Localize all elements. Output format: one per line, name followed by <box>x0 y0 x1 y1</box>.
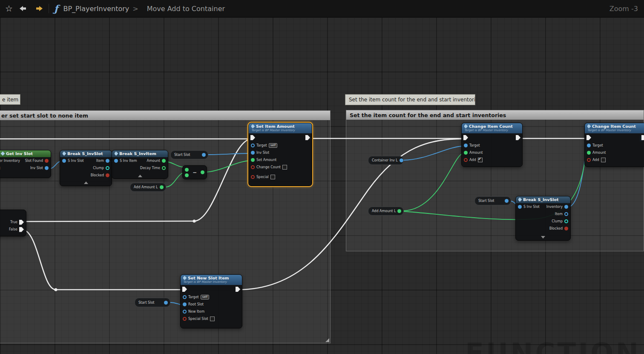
output-pin[interactable] <box>164 301 168 305</box>
input-pin-amount[interactable] <box>464 151 468 155</box>
input-pin-new-item[interactable] <box>183 310 187 314</box>
output-pin-decay-time[interactable] <box>162 166 166 170</box>
node-header[interactable]: Break S_InvSlot <box>516 196 570 203</box>
comment-title[interactable]: er set start slot to none item <box>0 111 330 120</box>
toolbar-divider <box>49 4 49 13</box>
output-pin-clump[interactable] <box>564 219 568 223</box>
node-change-item-count-1[interactable]: Change Item Count Target is BP Master In… <box>461 123 523 167</box>
node-header[interactable]: Set Item Amount Target is BP Master Inve… <box>249 123 312 133</box>
output-pin-item[interactable] <box>564 212 568 216</box>
output-pin-inv-slot[interactable] <box>45 166 49 170</box>
comment-title[interactable]: Set the item count for the end and start… <box>346 110 644 120</box>
output-pin[interactable] <box>400 158 403 162</box>
breadcrumb-blueprint[interactable]: BP_PlayerInventory <box>63 5 129 13</box>
exec-out-pin[interactable] <box>305 135 310 140</box>
pin-label: Inventory <box>546 205 563 209</box>
variable-node-start-slot[interactable]: Start Slot <box>474 196 511 205</box>
variable-label: Start Slot <box>138 301 154 305</box>
output-pin[interactable] <box>202 153 206 157</box>
input-pin-special-slot[interactable] <box>183 317 187 321</box>
node-break-invslot-right[interactable]: Break S_InvSlot S Inv Slot Inventory Ite… <box>515 196 571 241</box>
exec-out-pin[interactable] <box>516 135 520 140</box>
back-arrow-icon[interactable] <box>19 5 28 12</box>
node-header[interactable]: Set New Slot Item Target is BP Master In… <box>181 275 242 285</box>
input-pin-target[interactable] <box>464 144 468 147</box>
input-pin-add[interactable] <box>464 158 468 162</box>
input-pin-target[interactable] <box>587 144 591 147</box>
output-pin[interactable] <box>505 199 509 203</box>
variable-node-add-amount[interactable]: Add Amount L <box>368 207 404 216</box>
node-break-invitem[interactable]: Break S_InvItem S Inv Item Amount Decay … <box>112 150 168 179</box>
node-header[interactable]: Break S_InvItem <box>112 150 168 157</box>
input-pin-special[interactable] <box>251 175 255 179</box>
pin-label: Change Count <box>256 165 281 169</box>
node-get-inv-slot[interactable]: Get Inv Slot Master Inventory Slot Found… <box>0 150 51 178</box>
blueprint-graph-canvas[interactable]: FUNCTION er set start slot to none item … <box>0 17 644 354</box>
input-pin-target[interactable] <box>183 295 187 299</box>
node-change-item-count-2[interactable]: Change Item Count Target is BP Master In… <box>584 123 644 167</box>
variable-node-add-amount[interactable]: Add Amount L <box>130 183 166 192</box>
node-header[interactable]: Change Item Count Target is BP Master In… <box>585 123 644 133</box>
exec-in-pin[interactable] <box>586 135 591 140</box>
output-pin-blocked[interactable] <box>564 227 568 230</box>
special-slot-checkbox[interactable] <box>210 317 215 321</box>
variable-node-start-slot[interactable]: Start Slot <box>170 150 208 159</box>
expand-arrow-icon[interactable] <box>541 236 545 239</box>
input-pin-change-count[interactable] <box>251 165 255 169</box>
exec-out-false-pin[interactable] <box>19 227 24 232</box>
output-pin[interactable] <box>160 185 164 189</box>
breadcrumb-function[interactable]: Move Add to Container <box>147 5 225 13</box>
node-branch[interactable]: True False <box>0 210 26 236</box>
input-pin-b[interactable] <box>185 173 189 177</box>
input-pin-s-inv-slot[interactable] <box>62 159 66 163</box>
collapse-arrow-icon[interactable] <box>138 175 142 177</box>
operator-symbol: − <box>193 170 197 176</box>
input-pin-set-amount[interactable] <box>251 158 255 162</box>
pin-label: Target <box>592 144 603 147</box>
node-title: Change Item Count <box>592 124 636 129</box>
special-checkbox[interactable] <box>270 175 275 179</box>
input-pin-s-inv-slot[interactable] <box>518 205 522 209</box>
add-checkbox[interactable] <box>478 158 483 162</box>
node-set-new-slot-item[interactable]: Set New Slot Item Target is BP Master In… <box>180 274 242 328</box>
output-pin-item[interactable] <box>106 159 109 163</box>
output-pin[interactable] <box>201 170 204 174</box>
favorite-star-icon[interactable]: ☆ <box>5 3 13 14</box>
output-pin-amount[interactable] <box>162 159 166 163</box>
variable-node-start-slot[interactable]: Start Slot <box>135 298 170 307</box>
input-pin-amount[interactable] <box>587 151 591 155</box>
output-pin-blocked[interactable] <box>106 173 109 177</box>
pin-label: Inv Slot <box>256 151 269 155</box>
node-subtract[interactable]: − <box>182 165 207 179</box>
pin-label: Add <box>469 158 476 162</box>
node-set-item-amount[interactable]: Set Item Amount Target is BP Master Inve… <box>248 123 312 186</box>
forward-arrow-icon[interactable] <box>34 5 43 12</box>
comment-tooltip-right: Set the item count for the end and start… <box>345 94 475 105</box>
exec-in-pin[interactable] <box>182 287 187 292</box>
input-pin-s-inv-item[interactable] <box>114 159 118 163</box>
node-header[interactable]: Change Item Count Target is BP Master In… <box>462 123 522 133</box>
exec-in-pin[interactable] <box>463 135 468 140</box>
exec-out-true-pin[interactable] <box>19 220 24 225</box>
change-count-checkbox[interactable] <box>282 165 287 170</box>
exec-out-pin[interactable] <box>236 287 240 292</box>
add-checkbox[interactable] <box>601 158 606 162</box>
input-pin-add[interactable] <box>587 158 591 162</box>
comment-resize-handle[interactable] <box>325 338 329 342</box>
output-pin-inventory[interactable] <box>564 205 568 209</box>
output-pin[interactable] <box>397 209 401 213</box>
output-pin-clump[interactable] <box>106 166 109 170</box>
node-header[interactable]: Get Inv Slot <box>0 150 51 157</box>
node-title: Get Inv Slot <box>6 151 33 156</box>
node-header[interactable]: Break S_InvSlot <box>60 150 112 157</box>
variable-node-container-inv[interactable]: Container Inv L <box>368 156 404 165</box>
input-pin-target[interactable] <box>251 144 255 147</box>
exec-out-pin[interactable] <box>641 135 644 140</box>
collapse-arrow-icon[interactable] <box>84 181 88 184</box>
output-pin-slot-found[interactable] <box>45 159 49 163</box>
input-pin-inv-slot[interactable] <box>251 151 255 155</box>
input-pin-root-slot[interactable] <box>183 302 187 306</box>
exec-in-pin[interactable] <box>250 135 255 140</box>
node-break-invslot-left[interactable]: Break S_InvSlot S Inv Slot Item Clump Bl… <box>60 150 112 186</box>
input-pin-a[interactable] <box>185 168 189 172</box>
